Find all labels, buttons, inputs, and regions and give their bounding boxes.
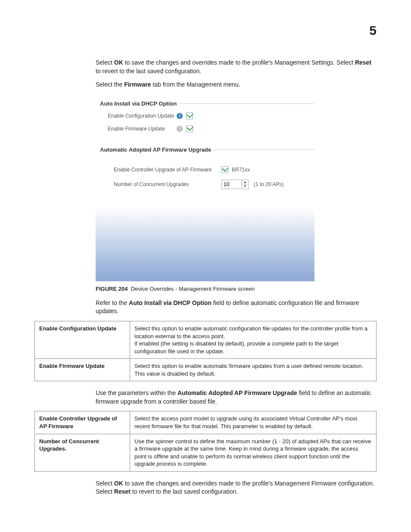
- mid2-paragraph: Use the parameters within the Automatic …: [96, 389, 377, 406]
- outro-paragraph: Select OK to save the changes and overri…: [96, 479, 377, 496]
- figure-caption: FIGURE 204 Device Overrides - Management…: [96, 286, 377, 292]
- group-title-text: Auto Install via DHCP Option: [100, 100, 177, 107]
- reset-bold: Reset: [114, 488, 131, 495]
- checkbox-enable-firmware-update[interactable]: [186, 125, 193, 132]
- cell-desc: Use the spinner control to define the ma…: [130, 434, 377, 471]
- group-auto-adopted-title: Automatic Adopted AP Firmware Upgrade: [96, 143, 314, 153]
- concurrent-upgrades-spinner[interactable]: ▲ ▼: [221, 180, 249, 189]
- cell-desc: Select this option to enable automatic f…: [130, 359, 377, 381]
- info-icon[interactable]: i: [177, 126, 183, 132]
- text: Select the: [96, 81, 124, 88]
- row-enable-config-update: Enable Configuration Update i: [108, 109, 314, 122]
- spinner-up-icon[interactable]: ▲: [242, 180, 248, 185]
- cell-desc: Select this option to enable automatic c…: [130, 321, 377, 358]
- info-icon[interactable]: i: [177, 113, 183, 119]
- ok-bold: OK: [114, 480, 123, 487]
- text: to revert to the last saved configuratio…: [131, 488, 238, 495]
- text: to save the changes and overrides made t…: [123, 59, 355, 66]
- row-concurrent-upgrades: Number of Concurrent Upgrades ▲ ▼ (1 to …: [114, 177, 314, 192]
- table-row: Enable Firmware Update Select this optio…: [35, 359, 377, 381]
- firmware-bold: Firmware: [124, 81, 151, 88]
- firmware-upgrade-table: Enable Controller Upgrade of AP Firmware…: [34, 411, 377, 471]
- checkbox-enable-controller-upgrade[interactable]: [221, 166, 228, 173]
- group-auto-install-title: Auto Install via DHCP Option: [96, 97, 314, 107]
- horizontal-rule: [179, 103, 314, 104]
- spinner-input[interactable]: [222, 180, 242, 189]
- intro-paragraph-1: Select OK to save the changes and overri…: [96, 59, 377, 75]
- text: Select: [96, 59, 114, 66]
- text: Refer to the: [96, 299, 129, 306]
- text: Select: [96, 480, 114, 487]
- text: tab from the Management menu.: [151, 81, 240, 88]
- table-row: Enable Controller Upgrade of AP Firmware…: [35, 411, 377, 434]
- label-enable-config-update: Enable Configuration Update: [108, 113, 177, 119]
- text: to revert to the last saved configuratio…: [96, 68, 201, 75]
- label-enable-firmware-update: Enable Firmware Update: [108, 126, 177, 132]
- dhcp-option-table: Enable Configuration Update Select this …: [34, 321, 377, 381]
- ok-bold: OK: [114, 59, 123, 66]
- table-row: Number of Concurrent Upgrades. Use the s…: [35, 434, 377, 471]
- spinner-down-icon[interactable]: ▼: [242, 184, 248, 189]
- cell-label: Enable Controller Upgrade of AP Firmware: [35, 411, 130, 434]
- horizontal-rule: [214, 149, 314, 150]
- text: Use the parameters within the: [96, 389, 177, 396]
- cell-desc: Select the access point model to upgrade…: [130, 411, 377, 434]
- group-title-text: Automatic Adopted AP Firmware Upgrade: [100, 146, 211, 153]
- label-concurrent-upgrades: Number of Concurrent Upgrades: [114, 181, 221, 187]
- checkbox-enable-config-update[interactable]: [186, 112, 193, 119]
- table-row: Enable Configuration Update Select this …: [35, 321, 377, 358]
- intro-paragraph-2: Select the Firmware tab from the Managem…: [96, 81, 377, 89]
- cell-label: Enable Configuration Update: [35, 321, 130, 358]
- row-enable-controller-upgrade: Enable Controller Upgrade of AP Firmware…: [114, 162, 314, 177]
- bold: Auto Install via DHCP Option: [129, 299, 212, 306]
- reset-bold: Reset: [355, 59, 371, 66]
- cell-label: Number of Concurrent Upgrades.: [35, 434, 130, 471]
- row-enable-firmware-update: Enable Firmware Update i: [108, 122, 314, 135]
- mid-paragraph: Refer to the Auto Install via DHCP Optio…: [96, 299, 377, 316]
- bold: Automatic Adopted AP Firmware Upgrade: [177, 389, 297, 396]
- figure-caption-text: Device Overrides - Management Firmware s…: [131, 286, 255, 292]
- ap-model-text: BR71xx: [232, 167, 250, 173]
- page-number: 5: [369, 23, 377, 38]
- figure-label: FIGURE 204: [96, 286, 128, 292]
- spinner-hint: (1 to 20 APs): [254, 181, 283, 187]
- cell-label: Enable Firmware Update: [35, 359, 130, 381]
- firmware-screenshot: Auto Install via DHCP Option Enable Conf…: [96, 97, 314, 281]
- label-enable-controller-upgrade: Enable Controller Upgrade of AP Firmware: [114, 167, 221, 173]
